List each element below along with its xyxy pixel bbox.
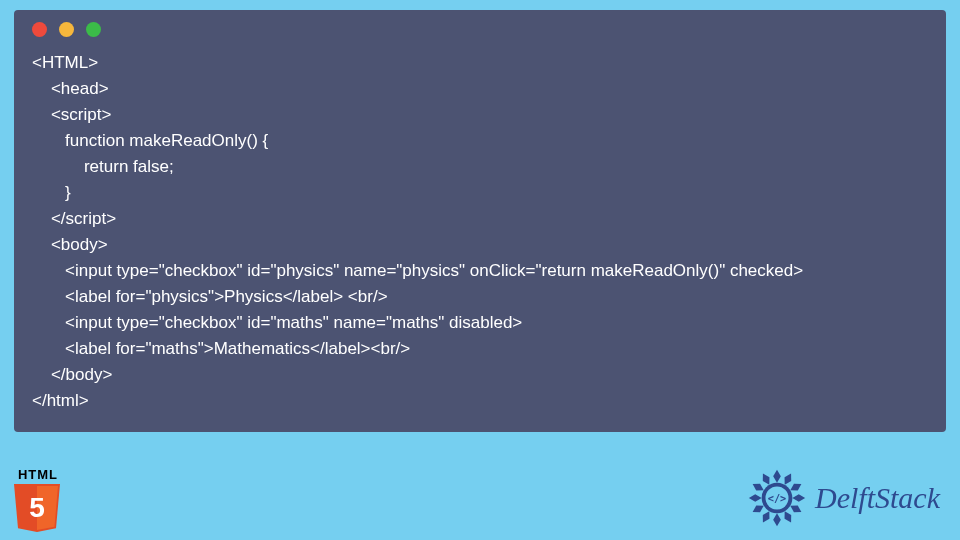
minimize-icon[interactable]	[59, 22, 74, 37]
window-title-bar	[14, 10, 946, 48]
maximize-icon[interactable]	[86, 22, 101, 37]
code-window: <HTML> <head> <script> function makeRead…	[14, 10, 946, 432]
html5-label: HTML	[12, 467, 64, 482]
html5-number: 5	[12, 492, 62, 524]
brand-logo: </> DelftStack	[745, 466, 940, 530]
html5-shield-icon: 5	[12, 484, 62, 532]
svg-text:</>: </>	[768, 492, 787, 504]
brand-name: DelftStack	[815, 481, 940, 515]
close-icon[interactable]	[32, 22, 47, 37]
code-block: <HTML> <head> <script> function makeRead…	[14, 48, 946, 418]
gear-icon: </>	[745, 466, 809, 530]
html5-logo: HTML 5	[12, 467, 64, 532]
